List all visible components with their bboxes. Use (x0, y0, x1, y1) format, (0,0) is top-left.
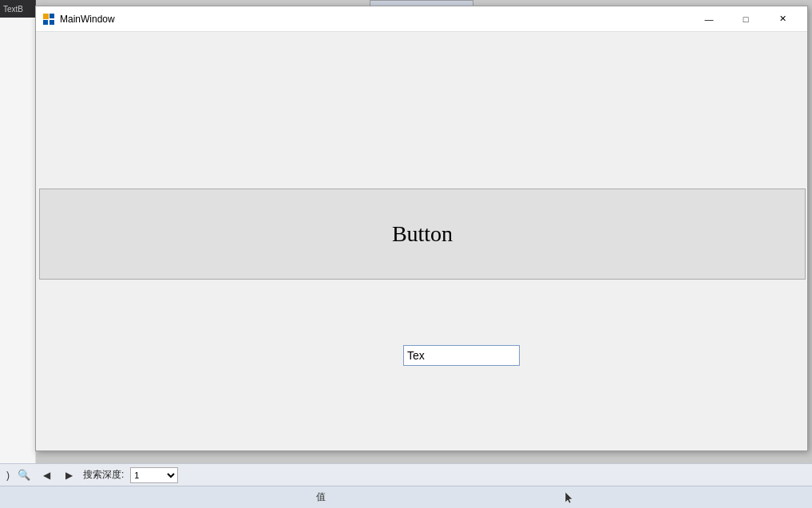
bottom-value-bar: 值 (0, 486, 812, 508)
status-label-partial: ) (6, 470, 10, 481)
search-depth-label: 搜索深度: (83, 468, 124, 482)
search-depth-select[interactable]: 1 2 3 All (130, 467, 178, 483)
title-bar: MainWindow — □ ✕ (36, 6, 807, 32)
search-icon[interactable]: 🔍 (16, 467, 32, 483)
svg-rect-0 (43, 14, 49, 19)
nav-forward-button[interactable]: ▶ (61, 467, 77, 483)
svg-rect-1 (50, 14, 54, 18)
svg-marker-4 (565, 492, 572, 503)
toolbar-status-bar: ) 🔍 ◀ ▶ 搜索深度: 1 2 3 All (0, 463, 812, 486)
title-bar-controls: — □ ✕ (691, 6, 801, 32)
app-icon (42, 13, 55, 26)
cursor-indicator (564, 491, 575, 504)
main-window: MainWindow — □ ✕ Button (35, 6, 808, 451)
svg-rect-3 (50, 20, 54, 25)
minimize-button[interactable]: — (691, 6, 727, 32)
window-content: Button (36, 32, 807, 450)
text-input[interactable] (403, 345, 520, 366)
ide-left-strip (0, 18, 36, 463)
svg-rect-2 (43, 20, 48, 25)
main-button[interactable]: Button (39, 189, 806, 280)
nav-back-button[interactable]: ◀ (38, 467, 54, 483)
ide-tab-bar: TextB (0, 0, 35, 18)
window-title: MainWindow (60, 14, 691, 25)
close-button[interactable]: ✕ (764, 6, 801, 32)
ide-tab-label: TextB (3, 5, 23, 14)
value-label: 值 (316, 490, 326, 504)
maximize-button[interactable]: □ (727, 6, 764, 32)
